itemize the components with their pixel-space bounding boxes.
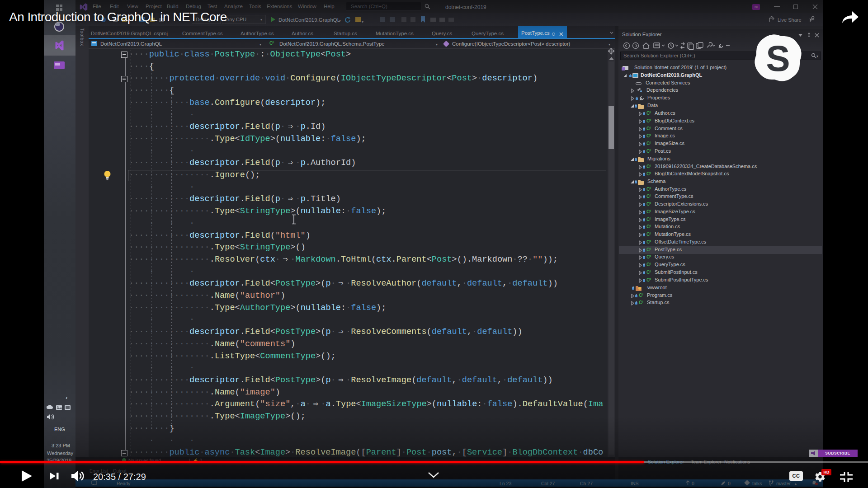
svg-text:S: S — [766, 38, 790, 79]
